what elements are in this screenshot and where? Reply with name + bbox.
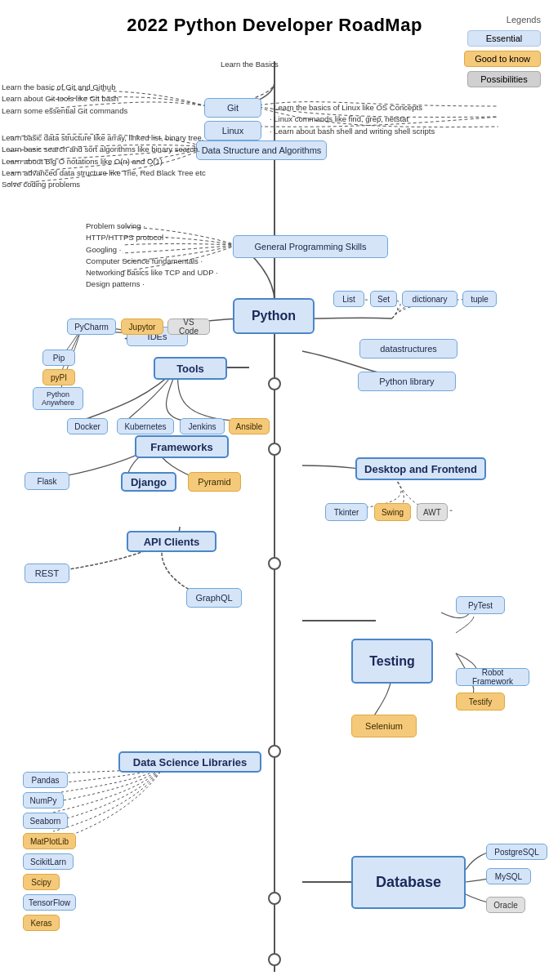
mysql-node: MySQL [486, 868, 531, 884]
legend-poss: Possibilities [467, 71, 541, 87]
ds-libraries-node: Data Science Libraries [118, 751, 261, 773]
api-clients-node: API Clients [127, 531, 216, 552]
robot-framework-node: Robot Framework [456, 668, 529, 686]
seaborn-node: Seaborn [23, 813, 68, 829]
docker-node: Docker [67, 418, 108, 434]
rest-node: REST [25, 564, 69, 583]
scipy-node: Scipy [23, 874, 60, 890]
pytest-node: PyTest [456, 596, 505, 614]
desktop-frontend-node: Desktop and Frontend [355, 457, 486, 480]
dictionary-node: dictionary [402, 291, 458, 307]
svg-point-5 [269, 954, 280, 965]
set-node: Set [370, 291, 397, 307]
swing-node: Swing [374, 503, 411, 521]
jupytor-node: Jupytor [121, 318, 163, 335]
legend-title: Legends [507, 15, 541, 24]
awt-node: AWT [417, 503, 448, 521]
python-node: Python [233, 298, 315, 334]
oracle-node: Oracle [486, 897, 525, 913]
tuple-node: tuple [462, 291, 497, 307]
graphql-node: GraphQL [186, 588, 242, 608]
scikitlearn-node: ScikitLarn [23, 853, 74, 870]
linux-node: Linux [204, 121, 261, 140]
svg-point-0 [269, 378, 280, 390]
legend-essential: Essential [467, 30, 541, 47]
selenium-node: Selenium [351, 715, 417, 737]
pip-node: Pip [42, 350, 75, 366]
dsa-node: Data Structure and Algorithms [196, 140, 327, 160]
svg-point-2 [269, 558, 280, 569]
keras-node: Keras [23, 915, 60, 931]
python-anywhere-node: Python Anywhere [33, 387, 83, 410]
gps-labels: Problem solving · HTTP/HTTPS protocol · … [86, 220, 218, 291]
ansible-node: Ansible [229, 418, 270, 434]
tkinter-node: Tkinter [325, 503, 368, 521]
kubernetes-node: Kubernetes [117, 418, 174, 434]
legend: Legends Essential Good to know Possibili… [464, 15, 541, 87]
list-node: List [333, 291, 364, 307]
jenkins-node: Jenkins [180, 418, 225, 434]
matplotlib-node: MatPlotLib [23, 833, 76, 849]
pyramid-node: Pyramid [188, 472, 241, 492]
datastructures-node: datastructures [359, 339, 458, 359]
testing-node: Testing [351, 639, 433, 684]
django-node: Django [121, 472, 176, 492]
flask-node: Flask [25, 472, 69, 490]
tensorflow-node: TensorFlow [23, 894, 76, 911]
git-node: Git [204, 98, 261, 118]
git-left-labels: Learn the basic of Git and Github Learn … [2, 82, 127, 117]
dsa-left-labels: Learn basic data structure like array, l… [2, 132, 206, 190]
pandas-node: Pandas [23, 772, 68, 788]
linux-right-labels: · Learn the basics of Linux like OS Conc… [270, 102, 435, 137]
numpy-node: NumPy [23, 792, 64, 808]
testify-node: Testify [456, 693, 505, 710]
svg-point-4 [269, 893, 280, 904]
vscode-node: VS Code [167, 318, 210, 335]
legend-good: Good to know [464, 51, 541, 67]
svg-point-1 [269, 443, 280, 455]
frameworks-node: Frameworks [135, 435, 229, 458]
database-node: Database [351, 856, 466, 909]
gps-node: General Programming Skills [233, 235, 388, 258]
python-library-node: Python library [358, 372, 456, 391]
learn-basics-label: Learn the Basics [221, 59, 279, 69]
pypi-node: pyPI [42, 369, 75, 385]
svg-point-3 [269, 746, 280, 757]
pycharm-node: PyCharm [67, 318, 116, 335]
postgresql-node: PostgreSQL [486, 844, 547, 860]
tools-node: Tools [154, 357, 227, 380]
